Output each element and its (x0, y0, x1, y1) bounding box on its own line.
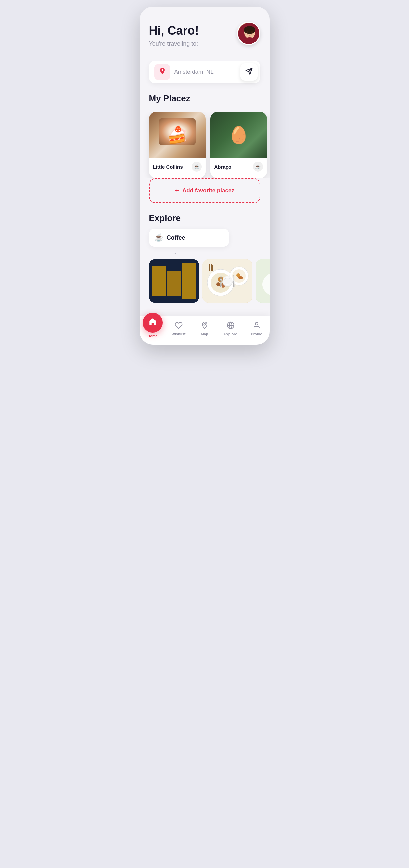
map-icon (201, 321, 209, 331)
svg-point-4 (246, 31, 248, 33)
svg-rect-11 (153, 268, 156, 272)
nav-label-wishlist: Wishlist (171, 332, 185, 336)
place-image-abraco (210, 112, 267, 158)
svg-rect-16 (166, 273, 169, 277)
explore-image-food[interactable] (202, 259, 252, 303)
profile-icon (253, 321, 261, 331)
svg-point-7 (251, 34, 253, 35)
places-list: Little Collins ☕ Abraço ☕ Bowly (140, 112, 270, 178)
my-placez-section: My Placez (140, 93, 270, 104)
home-fab[interactable] (143, 313, 163, 333)
scroll-content: Hi, Caro! You're traveling to: Amsterdam… (140, 7, 270, 316)
nav-item-home[interactable]: Home (140, 319, 166, 338)
svg-rect-39 (211, 264, 212, 271)
svg-point-25 (157, 260, 161, 264)
phone-container: Hi, Caro! You're traveling to: Amsterdam… (140, 7, 270, 345)
svg-rect-17 (170, 273, 173, 277)
explore-image-cafe[interactable] (149, 259, 199, 303)
nav-item-map[interactable]: Map (192, 321, 218, 336)
svg-rect-10 (151, 264, 162, 298)
svg-rect-21 (182, 265, 185, 270)
explore-icon (227, 321, 235, 331)
add-plus-icon: + (175, 186, 179, 195)
svg-point-30 (211, 273, 231, 293)
wishlist-icon (175, 321, 183, 331)
avatar[interactable] (237, 22, 260, 45)
send-icon (245, 68, 253, 77)
svg-point-53 (255, 322, 258, 325)
svg-point-26 (171, 264, 174, 268)
svg-rect-13 (153, 274, 156, 278)
svg-rect-19 (170, 279, 173, 283)
place-card-little-collins[interactable]: Little Collins ☕ (149, 112, 206, 178)
explore-images-list (140, 259, 270, 303)
nav-label-home: Home (147, 334, 158, 338)
svg-point-5 (251, 31, 253, 33)
navigate-button[interactable] (240, 63, 258, 81)
svg-rect-24 (187, 273, 190, 277)
svg-point-32 (216, 282, 220, 286)
svg-rect-23 (182, 273, 185, 277)
svg-point-8 (161, 69, 163, 71)
my-placez-title: My Placez (149, 93, 260, 104)
header-section: Hi, Caro! You're traveling to: (140, 7, 270, 61)
nav-label-explore: Explore (224, 332, 237, 336)
coffee-emoji-icon: ☕ (154, 233, 163, 242)
svg-point-37 (238, 276, 243, 279)
svg-point-2 (244, 26, 255, 34)
search-bar[interactable]: Amsterdam, NL (149, 61, 260, 83)
nav-item-wishlist[interactable]: Wishlist (166, 321, 192, 336)
explore-section: Explore ☕ Coffee ⌄ (140, 213, 270, 303)
nav-item-profile[interactable]: Profile (244, 321, 270, 336)
location-icon-wrap (154, 64, 170, 80)
place-icon-abraco: ☕ (253, 162, 263, 172)
svg-point-31 (218, 277, 223, 282)
bottom-navigation: Home Wishlist Map (140, 316, 270, 345)
place-image-little-collins (149, 112, 206, 158)
home-icon (148, 317, 157, 328)
explore-title: Explore (149, 213, 260, 223)
svg-point-6 (246, 34, 249, 35)
explore-image-greens[interactable] (256, 259, 270, 303)
svg-rect-40 (212, 265, 213, 271)
svg-rect-9 (149, 259, 199, 303)
svg-rect-22 (187, 265, 190, 270)
place-name-little-collins: Little Collins (153, 164, 183, 170)
svg-rect-27 (149, 259, 199, 303)
chevron-down-icon: ⌄ (173, 250, 177, 255)
nav-item-explore[interactable]: Explore (218, 321, 244, 336)
svg-rect-14 (157, 274, 160, 278)
place-icon-little-collins: ☕ (192, 162, 202, 172)
nav-label-profile: Profile (251, 332, 262, 336)
svg-rect-12 (157, 268, 160, 272)
svg-rect-20 (179, 261, 196, 301)
place-footer-little-collins: Little Collins ☕ (149, 158, 206, 175)
nav-label-map: Map (201, 332, 208, 336)
explore-category-text: Coffee (167, 234, 185, 241)
svg-rect-38 (209, 264, 210, 271)
dropdown-left: ☕ Coffee (154, 233, 185, 242)
explore-category-dropdown[interactable]: ☕ Coffee (149, 229, 229, 247)
add-favorite-button[interactable]: + Add favorite placez (149, 178, 260, 203)
place-footer-abraco: Abraço ☕ (210, 158, 267, 175)
place-name-abraco: Abraço (214, 164, 232, 170)
svg-rect-15 (164, 269, 176, 298)
place-card-abraco[interactable]: Abraço ☕ (210, 112, 267, 178)
svg-point-33 (221, 283, 225, 288)
svg-rect-18 (166, 279, 169, 283)
add-favorite-label: Add favorite placez (182, 187, 234, 194)
svg-point-50 (204, 324, 205, 326)
location-icon (158, 67, 166, 77)
destination-input[interactable]: Amsterdam, NL (174, 69, 240, 75)
